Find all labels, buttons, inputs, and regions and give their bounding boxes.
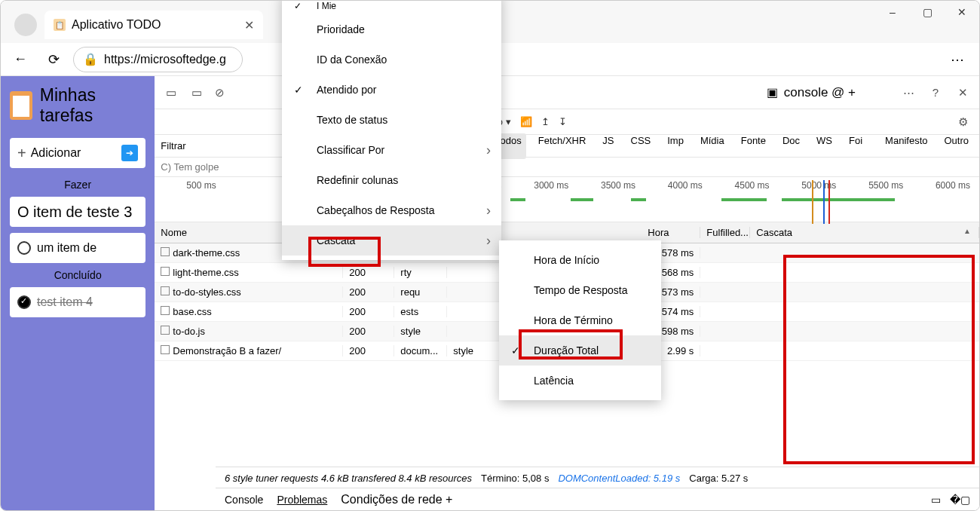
plus-icon: +	[17, 145, 26, 162]
menu-item[interactable]: ID da Conexão	[282, 44, 501, 75]
settings-gear-icon[interactable]: ⚙	[952, 112, 973, 133]
maximize-button[interactable]: ▢	[910, 1, 945, 23]
clipboard-icon	[10, 91, 32, 120]
url-field[interactable]: 🔒 https://microsoftedge.g	[73, 47, 243, 72]
filter-pill[interactable]: JS	[598, 133, 618, 159]
add-task-button[interactable]: + Adicionar ➔	[10, 138, 145, 168]
tick: 5000 ms	[801, 180, 836, 191]
menu-item[interactable]: Tempo de Resposta	[499, 275, 661, 305]
menu-item[interactable]: Duração Total	[499, 335, 661, 366]
menu-item[interactable]: Texto de status	[282, 105, 501, 135]
drawer-tabs: Console Problemas Condições de rede + ▭ …	[216, 488, 979, 510]
tick: 6000 ms	[936, 180, 970, 191]
task-text: test item 4	[37, 295, 93, 309]
file-icon	[161, 267, 170, 276]
page-icon: 📋	[54, 19, 66, 31]
menu-item[interactable]: Prioridade	[282, 14, 501, 44]
browser-menu-button[interactable]: ⋯	[951, 51, 964, 68]
back-button[interactable]: ←	[7, 46, 34, 73]
inspect-icon[interactable]: ▭	[161, 82, 182, 103]
menu-item[interactable]: Cascata	[282, 225, 501, 256]
checkbox-icon[interactable]	[17, 241, 31, 255]
menu-item[interactable]: Cabeçalhos de Resposta	[282, 195, 501, 225]
tick: 3500 ms	[601, 180, 635, 191]
tick: 500 ms	[186, 180, 216, 191]
menu-item[interactable]: Latência	[499, 366, 661, 396]
task-text: um item de	[37, 241, 96, 255]
console-icon: ▣	[767, 85, 778, 99]
wifi-icon[interactable]: 📶	[520, 116, 532, 127]
drawer-tab-console[interactable]: Console	[225, 494, 263, 506]
help-icon[interactable]: ?	[925, 82, 946, 103]
dcl-text: DOMContentLoaded: 5.19 s	[558, 473, 680, 484]
termino-text: Término: 5,08 s	[481, 473, 549, 484]
close-window-button[interactable]: ✕	[945, 1, 979, 23]
col-fulfilled[interactable]: Fulfilled...	[700, 227, 750, 238]
menu-item[interactable]: Hora de Início	[499, 245, 661, 275]
file-icon	[161, 345, 170, 354]
filter-pill[interactable]: Foi	[844, 133, 867, 159]
dock-icon[interactable]: ▭	[931, 494, 941, 506]
carga-text: Carga: 5.27 s	[689, 473, 748, 484]
expand-icon[interactable]: �▢	[950, 494, 970, 506]
menu-item[interactable]: Redefinir colunas	[282, 165, 501, 195]
menu-item[interactable]: Hora de Término	[499, 305, 661, 335]
browser-tab[interactable]: 📋 Aplicativo TODO ✕	[44, 11, 263, 39]
task-text: O item de teste 3	[17, 203, 132, 221]
filter-pill[interactable]: CSS	[626, 133, 656, 159]
refresh-button[interactable]: ⟳	[40, 46, 67, 73]
no-sign-icon[interactable]: ⊘	[209, 82, 230, 103]
timeline-overview[interactable]: 500 ms 2500 ms 3000 ms 3500 ms 4000 ms 4…	[155, 177, 979, 222]
tick: 5500 ms	[868, 180, 903, 191]
filter-pill[interactable]: Manifesto	[880, 133, 932, 159]
app-title: Minhas tarefas	[40, 85, 146, 126]
submit-arrow-icon[interactable]: ➔	[121, 145, 138, 161]
console-drawer-label[interactable]: console @ +	[784, 85, 856, 100]
todo-app: Minhas tarefas + Adicionar ➔ Fazer O ite…	[1, 76, 155, 510]
device-icon[interactable]: ▭	[186, 82, 207, 103]
close-devtools-icon[interactable]: ✕	[952, 82, 973, 103]
filter-pill[interactable]: WS	[812, 133, 837, 159]
file-icon	[161, 306, 170, 315]
url-text: https://microsoftedge.g	[104, 53, 226, 66]
tick: 4000 ms	[668, 180, 703, 191]
menu-item[interactable]: Classificar Por	[282, 135, 501, 165]
add-label: Adicionar	[31, 146, 81, 160]
filter-label: Filtrar	[161, 140, 185, 151]
menu-item[interactable]: I Mie	[282, 0, 501, 14]
drawer-tab-condicoes[interactable]: Condições de rede +	[341, 493, 452, 506]
close-tab-icon[interactable]: ✕	[244, 18, 254, 32]
minimize-button[interactable]: –	[875, 1, 910, 23]
file-icon	[161, 247, 170, 256]
lock-icon: 🔒	[83, 52, 98, 66]
task-item[interactable]: O item de teste 3	[10, 197, 145, 227]
drawer-tab-problemas[interactable]: Problemas	[277, 494, 327, 506]
cascata-submenu: Hora de InícioTempo de RespostaHora de T…	[499, 240, 661, 400]
file-icon	[161, 326, 170, 335]
tick: 3000 ms	[534, 180, 568, 191]
upload-icon[interactable]: ↥	[541, 116, 550, 127]
more-icon[interactable]: ⋯	[898, 82, 919, 103]
menu-item[interactable]: Atendido por	[282, 75, 501, 105]
section-todo-label: Fazer	[10, 179, 145, 191]
profile-avatar[interactable]	[14, 14, 37, 36]
filter-pill[interactable]: Fetch/XHR	[534, 133, 591, 159]
section-done-label: Concluído	[10, 269, 145, 281]
col-cascata[interactable]: Cascata ▲	[750, 227, 979, 238]
filter-pill[interactable]: Fonte	[737, 133, 770, 159]
filter-pill[interactable]: Imp	[663, 133, 688, 159]
file-icon	[161, 286, 170, 295]
download-icon[interactable]: ↧	[559, 116, 567, 127]
task-item-done[interactable]: test item 4	[10, 287, 145, 317]
task-item[interactable]: um item de	[10, 233, 145, 263]
muted-filter: C) Tem golpe	[161, 161, 219, 173]
checkbox-checked-icon[interactable]	[17, 295, 31, 309]
col-hora[interactable]: Hora	[642, 227, 700, 238]
tab-title: Aplicativo TODO	[72, 18, 161, 32]
filter-pill[interactable]: Mídia	[696, 133, 729, 159]
summary-text: 6 style tuner requests 4.6 kB transfered…	[225, 473, 472, 484]
filter-pills: URLs iota Todos Fetch/XHR JS CSS Imp Míd…	[450, 133, 973, 159]
sort-arrow-icon: ▲	[963, 227, 971, 235]
filter-pill[interactable]: Outro	[939, 133, 973, 159]
filter-pill[interactable]: Doc	[778, 133, 804, 159]
